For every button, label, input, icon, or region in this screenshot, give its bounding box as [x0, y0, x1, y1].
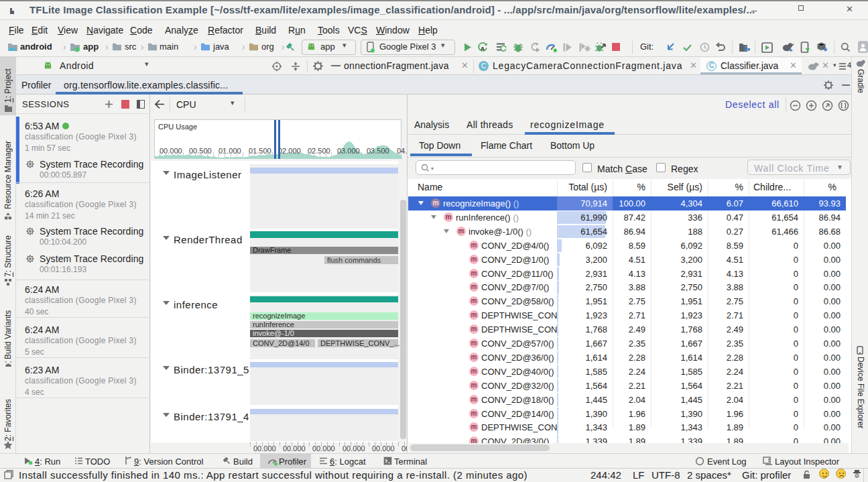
svg-text:A: A [481, 46, 485, 52]
